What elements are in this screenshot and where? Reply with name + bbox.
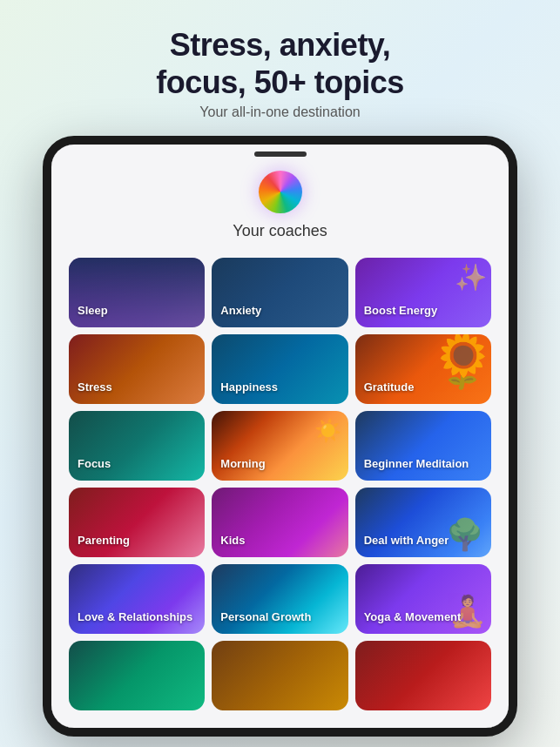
card-label-love-relationships: Love & Relationships xyxy=(78,610,192,625)
card-label-kids: Kids xyxy=(220,534,245,548)
card-label-sleep: Sleep xyxy=(78,304,108,319)
tablet-frame: Your coaches SleepAnxietyBoost EnergyStr… xyxy=(43,136,517,737)
card-label-focus: Focus xyxy=(78,457,111,472)
card-yoga-movement[interactable]: Yoga & Movement xyxy=(355,564,491,634)
coaches-title: Your coaches xyxy=(233,222,327,240)
header: Stress, anxiety, focus, 50+ topics Your … xyxy=(156,26,404,120)
card-morning[interactable]: Morning xyxy=(212,411,347,481)
card-bottom1[interactable] xyxy=(69,641,205,710)
card-anxiety[interactable]: Anxiety xyxy=(212,258,347,327)
tablet-screen: Your coaches SleepAnxietyBoost EnergyStr… xyxy=(51,145,509,728)
subtitle: Your all-in-one destination xyxy=(156,104,404,120)
card-love-relationships[interactable]: Love & Relationships xyxy=(69,564,205,634)
card-beginner-meditation[interactable]: Beginner Meditaion xyxy=(355,411,491,481)
card-label-yoga-movement: Yoga & Movement xyxy=(364,610,462,625)
card-parenting[interactable]: Parenting xyxy=(69,488,205,557)
main-title: Stress, anxiety, focus, 50+ topics xyxy=(156,26,404,101)
card-focus[interactable]: Focus xyxy=(69,411,205,481)
coaches-grid: SleepAnxietyBoost EnergyStressHappinessG… xyxy=(69,258,491,710)
card-bottom3[interactable] xyxy=(355,641,491,710)
card-label-stress: Stress xyxy=(78,380,112,395)
card-kids[interactable]: Kids xyxy=(212,488,347,557)
card-gratitude[interactable]: Gratitude xyxy=(355,334,491,404)
card-label-boost-energy: Boost Energy xyxy=(364,304,438,319)
card-label-parenting: Parenting xyxy=(78,534,130,548)
card-label-gratitude: Gratitude xyxy=(364,380,415,395)
orb-icon xyxy=(259,171,302,213)
card-boost-energy[interactable]: Boost Energy xyxy=(355,258,491,327)
card-bottom2[interactable] xyxy=(212,641,347,710)
card-personal-growth[interactable]: Personal Growth xyxy=(212,564,347,634)
card-label-happiness: Happiness xyxy=(220,380,278,395)
card-label-beginner-meditation: Beginner Meditaion xyxy=(364,457,469,472)
card-happiness[interactable]: Happiness xyxy=(212,334,347,404)
card-label-deal-with-anger: Deal with Anger xyxy=(364,534,449,548)
card-stress[interactable]: Stress xyxy=(69,334,205,404)
card-label-morning: Morning xyxy=(220,457,265,472)
card-deal-with-anger[interactable]: Deal with Anger xyxy=(355,488,491,557)
card-label-personal-growth: Personal Growth xyxy=(220,610,311,625)
card-sleep[interactable]: Sleep xyxy=(69,258,205,327)
card-label-anxiety: Anxiety xyxy=(220,304,261,319)
